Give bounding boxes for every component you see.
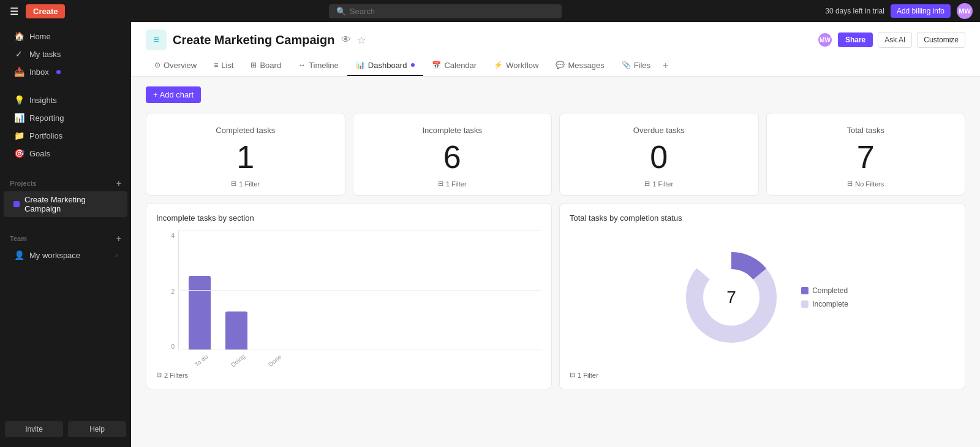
sidebar-item-insights[interactable]: 💡 Insights	[4, 91, 127, 109]
tab-workflow[interactable]: ⚡ Workflow	[485, 55, 547, 76]
main-layout: 🏠 Home ✓ My tasks 📥 Inbox 💡 Insights 📊 R…	[0, 22, 980, 447]
sidebar-projects-section: Projects + Create Marketing Campaign	[0, 167, 131, 223]
overdue-tasks-title: Overdue tasks	[570, 126, 748, 135]
projects-label: Projects	[10, 180, 36, 187]
ask-ai-button[interactable]: Ask AI	[878, 32, 912, 48]
topbar-left: ☰ Create	[7, 3, 65, 20]
workflow-tab-icon: ⚡	[494, 61, 503, 69]
member-avatar[interactable]: MW	[817, 32, 833, 48]
incomplete-tasks-filter[interactable]: ⊟ 1 Filter	[363, 180, 542, 188]
bar-todo	[189, 276, 211, 350]
filter-icon: ⊟	[156, 371, 162, 379]
workspace-icon: 👤	[13, 250, 24, 260]
user-avatar-button[interactable]: MW	[957, 3, 973, 19]
portfolios-icon: 📁	[13, 131, 24, 140]
tab-messages[interactable]: 💬 Messages	[547, 55, 612, 76]
tab-label: Overview	[164, 61, 197, 70]
star-icon[interactable]: ☆	[357, 34, 366, 46]
list-tab-icon: ≡	[214, 61, 218, 69]
tab-dashboard[interactable]: 📊 Dashboard	[347, 55, 424, 76]
legend-incomplete-dot	[801, 300, 809, 308]
team-label: Team	[10, 235, 27, 242]
filter-label: 1 Filter	[652, 180, 673, 188]
sidebar-item-my-workspace[interactable]: 👤 My workspace ›	[4, 246, 127, 264]
donut-chart-filter[interactable]: ⊟ 1 Filter	[570, 371, 955, 379]
tab-calendar[interactable]: 📅 Calendar	[423, 55, 485, 76]
calendar-tab-icon: 📅	[432, 61, 441, 69]
tab-label: Calendar	[444, 61, 477, 70]
legend-completed-label: Completed	[812, 286, 848, 295]
team-section-header: Team +	[0, 227, 131, 246]
filter-icon: ⊟	[847, 180, 853, 188]
add-team-icon[interactable]: +	[116, 234, 121, 243]
tasks-icon: ✓	[13, 49, 24, 59]
stat-card-total: Total tasks 7 ⊟ No Filters	[766, 113, 966, 196]
completed-tasks-filter[interactable]: ⊟ 1 Filter	[156, 180, 335, 188]
project-color-dot	[13, 201, 20, 207]
files-tab-icon: 📎	[622, 61, 631, 69]
tab-label: Workflow	[506, 61, 538, 70]
tab-board[interactable]: ⊞ Board	[242, 55, 290, 76]
sidebar-item-home[interactable]: 🏠 Home	[4, 28, 127, 45]
bar-chart: 4 2 0	[156, 230, 541, 365]
messages-tab-icon: 💬	[556, 61, 565, 69]
sidebar-item-goals[interactable]: 🎯 Goals	[4, 145, 127, 162]
sidebar-item-inbox[interactable]: 📥 Inbox	[4, 63, 127, 80]
help-button[interactable]: Help	[68, 421, 126, 437]
project-title-row: ≡ Create Marketing Campaign 👁 ☆ MW Share…	[146, 29, 965, 50]
tab-label: Board	[260, 61, 281, 70]
sidebar-item-my-tasks[interactable]: ✓ My tasks	[4, 45, 127, 63]
donut-chart-title: Total tasks by completion status	[570, 213, 955, 223]
filter-label: 1 Filter	[446, 180, 467, 188]
filter-icon: ⊟	[570, 371, 575, 379]
y-label-2: 2	[171, 288, 175, 295]
x-axis-labels: To do Doing Done	[178, 350, 541, 365]
legend-incomplete-label: Incomplete	[812, 300, 848, 308]
visibility-icon[interactable]: 👁	[341, 34, 351, 45]
invite-button[interactable]: Invite	[5, 421, 63, 437]
share-button[interactable]: Share	[838, 32, 873, 47]
search-input[interactable]	[350, 7, 554, 16]
customize-button[interactable]: Customize	[917, 32, 965, 48]
add-billing-button[interactable]: Add billing info	[891, 4, 951, 18]
tab-overview[interactable]: ⊙ Overview	[146, 55, 205, 76]
sidebar-item-label: Portfolios	[29, 131, 62, 140]
add-tab-button[interactable]: +	[659, 55, 672, 76]
sidebar-item-label: Home	[29, 32, 51, 41]
topbar-right: 30 days left in trial Add billing info M…	[825, 3, 973, 19]
tab-label: Timeline	[309, 61, 339, 70]
tab-list[interactable]: ≡ List	[205, 55, 242, 76]
filter-label: 2 Filters	[164, 372, 188, 379]
sidebar-item-label: My workspace	[29, 251, 80, 260]
bar-chart-filter[interactable]: ⊟ 2 Filters	[156, 371, 541, 379]
overdue-tasks-filter[interactable]: ⊟ 1 Filter	[570, 180, 748, 188]
add-chart-button[interactable]: + Add chart	[146, 86, 201, 103]
sidebar-nav-section: 🏠 Home ✓ My tasks 📥 Inbox	[0, 22, 131, 86]
sidebar-item-reporting[interactable]: 📊 Reporting	[4, 109, 127, 126]
sidebar-insights-section: 💡 Insights 📊 Reporting 📁 Portfolios 🎯 Go…	[0, 86, 131, 167]
tab-timeline[interactable]: ↔ Timeline	[290, 55, 347, 76]
sidebar-item-create-marketing[interactable]: Create Marketing Campaign	[4, 191, 127, 217]
tab-files[interactable]: 📎 Files	[613, 55, 659, 76]
filter-icon: ⊟	[438, 180, 443, 188]
sidebar-item-portfolios[interactable]: 📁 Portfolios	[4, 127, 127, 144]
total-tasks-filter[interactable]: ⊟ No Filters	[777, 180, 956, 188]
content-area: ≡ Create Marketing Campaign 👁 ☆ MW Share…	[131, 22, 980, 447]
stat-cards-grid: Completed tasks 1 ⊟ 1 Filter Incomplete …	[146, 113, 965, 196]
incomplete-tasks-title: Incomplete tasks	[363, 126, 542, 135]
tab-label: List	[221, 61, 233, 70]
create-button[interactable]: Create	[26, 4, 65, 18]
filter-label: No Filters	[855, 180, 884, 188]
trial-text: 30 days left in trial	[825, 7, 884, 15]
projects-section-header: Projects +	[0, 172, 131, 191]
hamburger-button[interactable]: ☰	[7, 3, 21, 20]
x-label-done: Done	[264, 351, 285, 371]
donut-center-value: 7	[726, 288, 736, 307]
stat-card-incomplete: Incomplete tasks 6 ⊟ 1 Filter	[353, 113, 552, 196]
completed-tasks-value: 1	[156, 140, 335, 175]
bar-chart-title: Incomplete tasks by section	[156, 213, 541, 223]
insights-icon: 💡	[13, 95, 24, 105]
add-project-icon[interactable]: +	[116, 178, 121, 188]
goals-icon: 🎯	[13, 148, 24, 158]
overview-tab-icon: ⊙	[154, 61, 160, 69]
